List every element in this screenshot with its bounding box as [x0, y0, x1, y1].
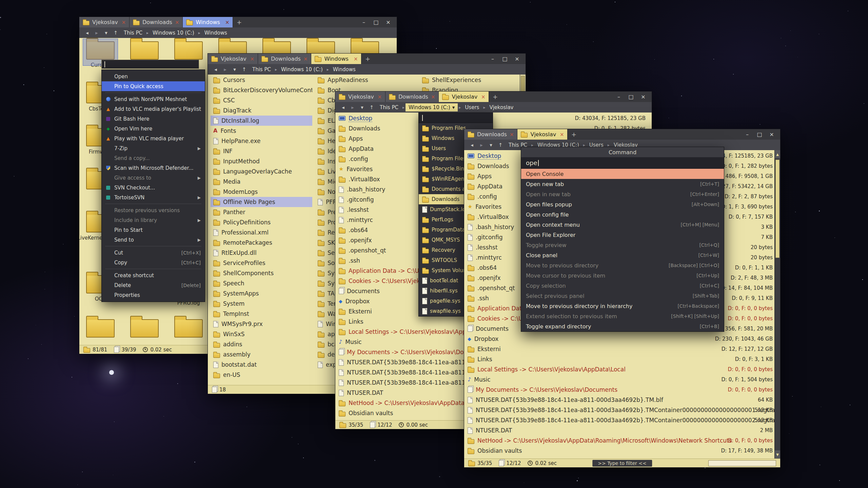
status-filter-input[interactable]: [708, 460, 776, 466]
minimize-button[interactable]: –: [614, 94, 624, 100]
tab-downloads[interactable]: Downloads×: [130, 17, 183, 27]
forward-button[interactable]: ▸: [221, 66, 230, 73]
file-item-media[interactable]: Media: [211, 177, 312, 187]
tab-close-icon[interactable]: ×: [354, 56, 358, 62]
new-tab-button[interactable]: +: [489, 92, 501, 102]
file-item-inf[interactable]: INF: [211, 146, 312, 156]
forward-button[interactable]: ▸: [348, 104, 357, 110]
grid-item-folder[interactable]: [80, 319, 121, 338]
breadcrumb-windows-10-c[interactable]: Windows 10 (C:): [278, 65, 326, 74]
tab-vjekoslav[interactable]: Vjekoslav×: [335, 92, 386, 102]
grid-item-folder[interactable]: [124, 319, 165, 338]
file-item-inputmethod[interactable]: InputMethod: [211, 156, 312, 166]
win2-tabbar[interactable]: Vjekoslav×Downloads×Windows×+–□×: [208, 54, 526, 64]
file-item-speech[interactable]: Speech: [211, 278, 312, 288]
file-item-ntuser-dat-53b39e88-18c4-11ea-a811-000d3aa4692b-tm-blf[interactable]: NTUSER.DAT{53b39e88-18c4-11ea-a811-000d3…: [464, 395, 774, 405]
breadcrumb-this-pc[interactable]: This PC: [121, 29, 145, 37]
breadcrumb-windows-10-c[interactable]: Windows 10 (C:)▾: [406, 103, 458, 111]
tab-windows[interactable]: Windows×: [311, 54, 361, 64]
menu-item-tortoisesvn[interactable]: TortoiseSVN▶: [102, 192, 205, 202]
palette-item-open-console[interactable]: Open Console: [521, 169, 724, 179]
menu-item-pin-to-quick-access[interactable]: Pin to Quick access: [102, 81, 205, 91]
palette-item-copy-selection[interactable]: Copy selection[Ctrl+C]: [521, 281, 724, 291]
tab-close-icon[interactable]: ×: [225, 19, 230, 25]
palette-item-select-previous-panel[interactable]: Select previous panel[Shift+Tab]: [521, 291, 724, 301]
tab-close-icon[interactable]: ×: [560, 131, 564, 138]
up-button[interactable]: ↑: [367, 104, 376, 110]
forward-button[interactable]: ▸: [92, 30, 101, 36]
file-item-assembly[interactable]: assembly: [211, 349, 312, 360]
menu-item-properties[interactable]: Properties: [102, 290, 205, 300]
file-item-wmsyspr9-prx[interactable]: WMSysPr9.prx: [211, 319, 312, 329]
up-button[interactable]: ↑: [111, 30, 120, 36]
menu-item-delete[interactable]: Delete[Delete]: [102, 280, 205, 290]
file-item-bootstat-dat[interactable]: bootstat.dat: [211, 360, 312, 370]
win3-tabbar[interactable]: Vjekoslav×Downloads×Vjekoslav×+–□×: [335, 92, 652, 102]
history-dropdown-button[interactable]: ▾: [358, 104, 367, 110]
file-item-winsxs[interactable]: WinSxS: [211, 329, 312, 339]
menu-item-include-in-library[interactable]: Include in library▶: [102, 215, 205, 225]
file-item-ntuser-dat[interactable]: NTUSER.DAT2 MB: [464, 425, 774, 435]
breadcrumb-windows-10-c[interactable]: Windows 10 (C:): [150, 29, 197, 37]
tab-close-icon[interactable]: ×: [481, 94, 486, 100]
palette-item-extend-selection-to-previous-item[interactable]: Extend selection to previous item[Shift+…: [521, 311, 724, 321]
palette-item-toggle-preview[interactable]: Toggle preview[Ctrl+Q]: [521, 240, 724, 250]
up-button[interactable]: ↑: [496, 142, 505, 148]
file-item-my-documents[interactable]: My Documents -> C:\Users\Vjekoslav\Docum…: [464, 385, 774, 395]
back-button[interactable]: ◂: [339, 104, 348, 110]
menu-item-open[interactable]: Open: [102, 72, 205, 81]
grid-item-folder[interactable]: [168, 41, 209, 60]
palette-item-open-in-new-tab[interactable]: Open in new tab[Ctrl+Enter]: [521, 189, 724, 199]
breadcrumb-this-pc[interactable]: This PC: [249, 65, 274, 74]
file-item-modemlogs[interactable]: ModemLogs: [211, 187, 312, 197]
history-dropdown-button[interactable]: ▾: [230, 66, 239, 73]
palette-item-move-to-previous-directory[interactable]: Move to previous directory[Backspace] [C…: [521, 260, 724, 270]
tab-downloads[interactable]: Downloads×: [258, 54, 311, 64]
back-button[interactable]: ◂: [468, 142, 476, 148]
tab-vjekoslav[interactable]: Vjekoslav×: [208, 54, 258, 64]
file-item-helppane-exe[interactable]: HelpPane.exe: [211, 136, 312, 146]
file-item-professional-xml[interactable]: Professional.xml: [211, 227, 312, 238]
file-item-remotepackages[interactable]: RemotePackages: [211, 238, 312, 248]
command-palette-input[interactable]: ope: [521, 157, 724, 169]
menu-item-restore-previous-versions[interactable]: Restore previous versions: [102, 205, 205, 215]
file-item-tempinst[interactable]: TempInst: [211, 309, 312, 319]
tab-downloads[interactable]: Downloads×: [386, 92, 439, 102]
palette-item-move-cursor-to-previous-item[interactable]: Move cursor to previous item[Ctrl+Up]: [521, 270, 724, 281]
win1-tabbar[interactable]: Vjekoslav×Downloads×Windows×+–□×: [79, 17, 397, 27]
breadcrumb-vjekoslav[interactable]: Vjekoslav: [486, 103, 516, 111]
tab-downloads[interactable]: Downloads×: [464, 129, 517, 140]
file-item-shellcomponents[interactable]: ShellComponents: [211, 268, 312, 278]
inline-filter-input[interactable]: [101, 60, 199, 69]
tab-close-icon[interactable]: ×: [510, 131, 514, 138]
breadcrumb-windows[interactable]: Windows: [201, 29, 230, 37]
file-item-shellexperiences[interactable]: ShellExperiences: [419, 75, 521, 85]
scroll-up-arrow-icon[interactable]: ▲: [775, 150, 780, 158]
file-item-systemapps[interactable]: SystemApps: [211, 288, 312, 299]
file-item-cursors[interactable]: Cursors: [211, 75, 312, 85]
scroll-down-arrow-icon[interactable]: ▼: [775, 450, 780, 459]
close-button[interactable]: ×: [512, 56, 522, 62]
file-item-csc[interactable]: CSC: [211, 95, 312, 105]
menu-item-svn-checkout[interactable]: SVN Checkout...: [102, 183, 205, 192]
maximize-button[interactable]: □: [500, 56, 510, 62]
menu-item-create-shortcut[interactable]: Create shortcut: [102, 270, 205, 280]
new-tab-button[interactable]: +: [568, 129, 580, 140]
breadcrumb-this-pc[interactable]: This PC: [377, 103, 401, 111]
file-item-obsidian-vaults[interactable]: Obsidian vaultsD: 17, F: 149, 38 MB: [464, 446, 774, 456]
menu-item-git-bash-here[interactable]: Git Bash Here: [102, 114, 205, 124]
menu-item-add-to-vlc-media-player-s-playlist[interactable]: ▲Add to VLC media player's Playlist: [102, 104, 205, 114]
file-item-serviceprofiles[interactable]: ServiceProfiles: [211, 258, 312, 268]
menu-item-send-to[interactable]: Send to▶: [102, 235, 205, 245]
close-button[interactable]: ×: [383, 19, 393, 25]
drive-dropdown-filter-input[interactable]: [419, 113, 493, 123]
history-dropdown-button[interactable]: ▾: [102, 30, 111, 36]
palette-item-open-new-tab[interactable]: Open new tab[Ctrl+T]: [521, 179, 724, 189]
grid-item-folder[interactable]: [168, 319, 209, 338]
menu-item-copy[interactable]: Copy[Ctrl+C]: [102, 258, 205, 267]
scrollbar-thumb[interactable]: [775, 160, 780, 258]
tab-close-icon[interactable]: ×: [250, 56, 254, 62]
palette-item-open-config-file[interactable]: Open config file: [521, 209, 724, 220]
minimize-button[interactable]: –: [359, 19, 369, 25]
close-button[interactable]: ×: [767, 131, 777, 138]
